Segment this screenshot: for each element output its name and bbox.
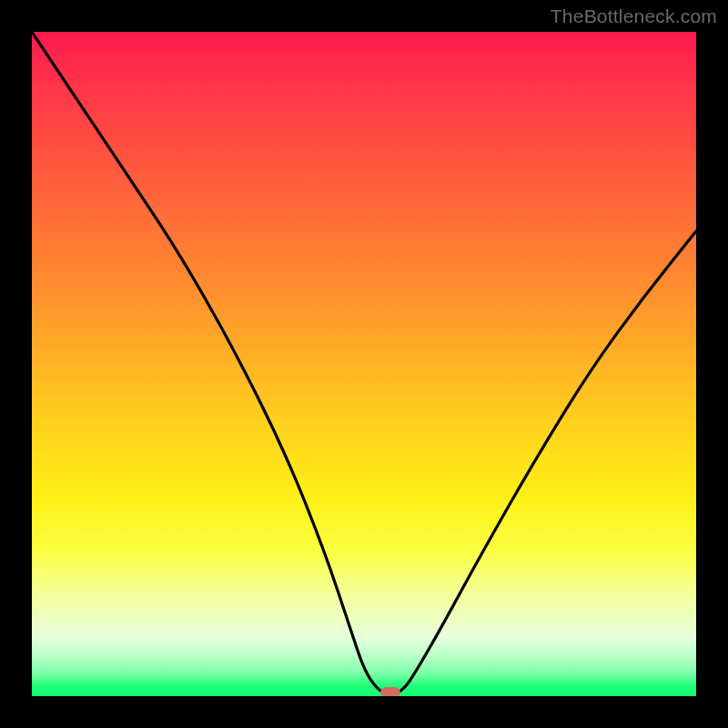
plot-area <box>32 32 696 696</box>
bottleneck-curve <box>32 32 696 694</box>
optimal-marker <box>380 687 400 696</box>
chart-frame: TheBottleneck.com <box>0 0 728 728</box>
curve-svg <box>32 32 696 696</box>
watermark-text: TheBottleneck.com <box>551 5 717 27</box>
